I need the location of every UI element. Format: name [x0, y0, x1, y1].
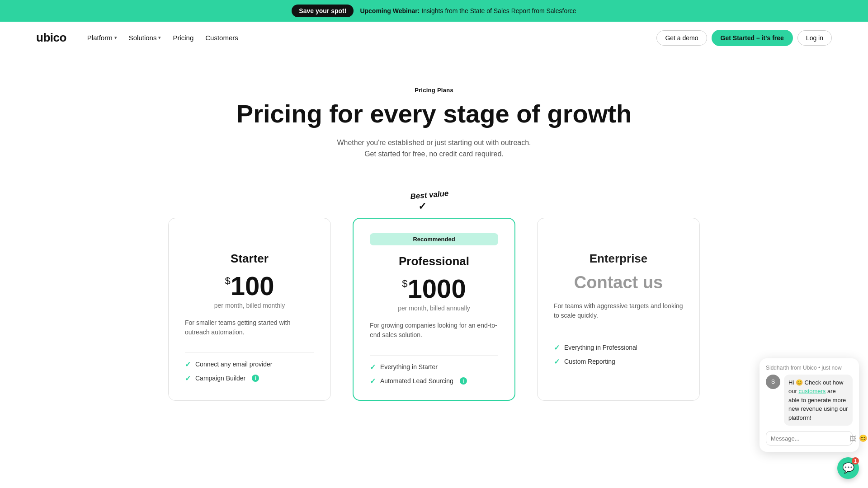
professional-price-amount: 1000 [408, 274, 466, 303]
list-item: ✓ Everything in Professional [554, 343, 683, 352]
top-banner: Save your spot! Upcoming Webinar: Insigh… [0, 0, 868, 22]
professional-card: Recommended Professional $1000 per month… [353, 218, 515, 401]
nav-link-customers[interactable]: Customers [201, 31, 243, 44]
hero-subtitle-line2: Get started for free, no credit card req… [364, 150, 504, 158]
feature-label: Campaign Builder [195, 375, 245, 382]
banner-text: Upcoming Webinar: Insights from the Stat… [360, 7, 576, 14]
professional-price-dollar: $ [402, 278, 407, 289]
chat-widget: Siddharth from Ubico • just now S Hi 😊 C… [760, 358, 859, 428]
banner-text-prefix: Upcoming Webinar: [360, 7, 420, 14]
hero-label: Pricing Plans [9, 87, 859, 94]
logo[interactable]: ubico [36, 31, 66, 45]
recommended-badge: Recommended [370, 233, 498, 245]
get-started-button[interactable]: Get Started – it's free [712, 30, 793, 46]
professional-plan-name: Professional [370, 254, 498, 268]
check-icon: ✓ [370, 363, 376, 371]
enterprise-plan-name: Enterprise [554, 252, 683, 266]
nav-left: ubico Platform ▾ Solutions ▾ Pricing Cus… [36, 31, 243, 45]
chat-message-link[interactable]: customers [798, 388, 826, 394]
chevron-down-icon: ▾ [158, 35, 161, 41]
feature-label: Everything in Professional [564, 344, 637, 351]
starter-price: $100 [185, 273, 314, 299]
feature-label: Connect any email provider [195, 361, 272, 368]
starter-features: ✓ Connect any email provider ✓ Campaign … [185, 360, 314, 383]
chat-bubble: Hi 😊 Check out how our customers are abl… [784, 375, 853, 426]
starter-card: Starter $100 per month, billed monthly F… [168, 218, 331, 401]
starter-price-dollar: $ [225, 275, 230, 286]
hero-section: Pricing Plans Pricing for every stage of… [0, 54, 868, 182]
navbar: ubico Platform ▾ Solutions ▾ Pricing Cus… [0, 22, 868, 54]
info-icon[interactable]: i [460, 377, 467, 385]
nav-link-pricing[interactable]: Pricing [168, 31, 198, 44]
nav-links: Platform ▾ Solutions ▾ Pricing Customers [83, 31, 243, 44]
starter-description: For smaller teams getting started with o… [185, 318, 314, 343]
banner-cta-button[interactable]: Save your spot! [292, 5, 354, 17]
professional-price-period: per month, billed annually [370, 305, 498, 312]
best-value-arrow-icon: ✓ [418, 201, 426, 212]
list-item: ✓ Custom Reporting [554, 357, 683, 366]
hero-title: Pricing for every stage of growth [9, 100, 859, 128]
feature-label: Automated Lead Sourcing [380, 377, 453, 385]
nav-link-platform-label: Platform [87, 34, 113, 42]
cards-container: Best value ✓ Starter $100 per month, bil… [36, 191, 832, 401]
nav-link-solutions[interactable]: Solutions ▾ [124, 31, 166, 44]
list-item: ✓ Everything in Starter [370, 363, 498, 371]
nav-link-solutions-label: Solutions [129, 34, 157, 42]
pricing-section: Best value ✓ Starter $100 per month, bil… [0, 182, 868, 428]
nav-link-platform[interactable]: Platform ▾ [83, 31, 122, 44]
best-value-area: Best value ✓ [410, 191, 458, 212]
list-item: ✓ Campaign Builder i [185, 374, 314, 383]
enterprise-card: Enterprise Contact us For teams with agg… [537, 218, 700, 401]
check-icon: ✓ [554, 357, 560, 366]
best-value-label: Best value [410, 189, 449, 201]
chevron-down-icon: ▾ [114, 35, 117, 41]
chat-header: Siddharth from Ubico • just now [766, 365, 853, 371]
nav-link-pricing-label: Pricing [173, 34, 193, 42]
nav-link-customers-label: Customers [205, 34, 238, 42]
professional-description: For growing companies looking for an end… [370, 321, 498, 346]
hero-subtitle: Whether you're established or just start… [9, 137, 859, 160]
feature-label: Custom Reporting [564, 358, 615, 365]
check-icon: ✓ [370, 377, 376, 385]
demo-button[interactable]: Get a demo [656, 30, 707, 46]
chat-time: just now [822, 365, 842, 371]
login-button[interactable]: Log in [797, 30, 832, 46]
check-icon: ✓ [185, 374, 191, 383]
feature-label: Everything in Starter [380, 363, 438, 371]
enterprise-contact-us: Contact us [554, 273, 683, 292]
professional-price: $1000 [370, 276, 498, 302]
list-item: ✓ Automated Lead Sourcing i [370, 377, 498, 385]
enterprise-description: For teams with aggressive targets and lo… [554, 301, 683, 327]
chat-sender: Siddharth from Ubico [766, 365, 817, 371]
info-icon[interactable]: i [252, 375, 259, 382]
check-icon: ✓ [185, 360, 191, 369]
banner-text-body: Insights from the State of Sales Report … [420, 7, 576, 14]
nav-right: Get a demo Get Started – it's free Log i… [656, 30, 832, 46]
enterprise-features: ✓ Everything in Professional ✓ Custom Re… [554, 343, 683, 366]
professional-features: ✓ Everything in Starter ✓ Automated Lead… [370, 363, 498, 385]
chat-message-bubble: S Hi 😊 Check out how our customers are a… [766, 375, 853, 426]
list-item: ✓ Connect any email provider [185, 360, 314, 369]
avatar: S [766, 375, 780, 389]
starter-price-period: per month, billed monthly [185, 302, 314, 309]
hero-subtitle-line1: Whether you're established or just start… [337, 139, 531, 146]
starter-plan-name: Starter [185, 252, 314, 266]
check-icon: ✓ [554, 343, 560, 352]
starter-price-amount: 100 [231, 271, 274, 300]
